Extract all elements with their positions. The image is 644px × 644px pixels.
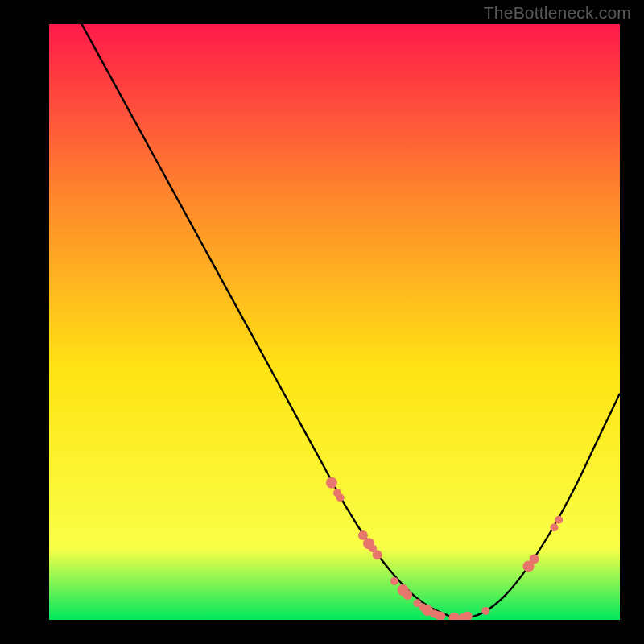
chart-svg: [49, 24, 620, 620]
data-marker: [402, 590, 412, 600]
gradient-background: [49, 24, 620, 620]
data-marker: [373, 550, 382, 559]
data-marker: [390, 577, 398, 585]
data-marker: [326, 477, 337, 489]
plot-area: [49, 24, 620, 620]
data-marker: [481, 607, 489, 615]
data-marker: [555, 516, 563, 524]
data-marker: [336, 493, 345, 502]
data-marker: [550, 523, 558, 531]
chart-frame: TheBottleneck.com: [0, 0, 644, 644]
data-marker: [530, 555, 539, 564]
attribution-text: TheBottleneck.com: [484, 3, 631, 23]
